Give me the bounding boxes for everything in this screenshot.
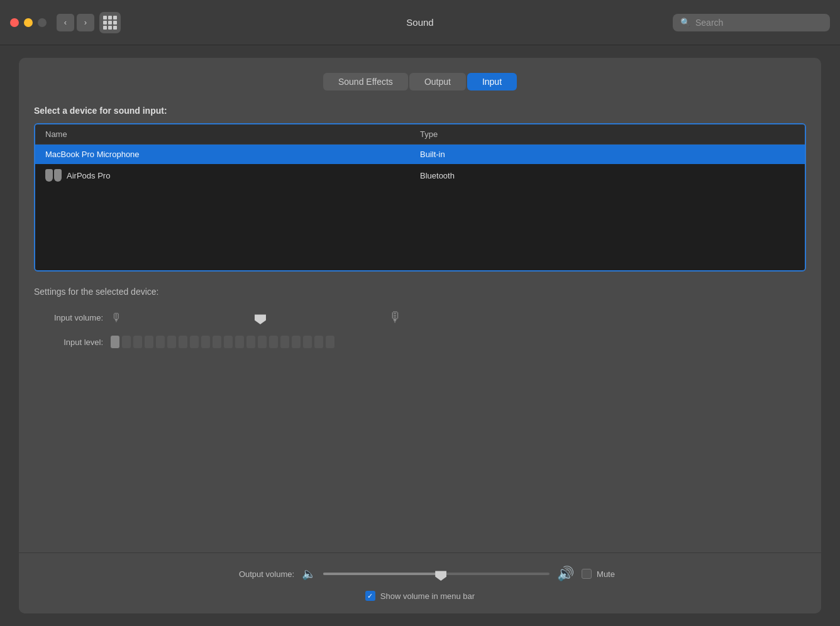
tabs: Sound Effects Output Input	[34, 73, 806, 91]
back-icon: ‹	[64, 18, 67, 27]
device-table: Name Type MacBook Pro Microphone Built-i…	[34, 123, 806, 272]
tab-sound-effects[interactable]: Sound Effects	[323, 73, 408, 91]
settings-section: Settings for the selected device: Input …	[34, 287, 806, 348]
titlebar: ‹ › Sound 🔍	[0, 0, 840, 45]
window-controls	[10, 18, 47, 27]
mute-checkbox[interactable]	[582, 569, 592, 579]
window-title: Sound	[406, 17, 433, 28]
volume-fill	[323, 573, 441, 575]
mute-area: Mute	[582, 569, 615, 579]
level-bar	[156, 336, 165, 348]
search-bar[interactable]: 🔍	[673, 14, 830, 31]
panel: Sound Effects Output Input Select a devi…	[19, 58, 821, 613]
level-bar	[292, 336, 301, 348]
airpods-icon	[45, 169, 62, 182]
level-bar	[280, 336, 289, 348]
minimize-button[interactable]	[24, 18, 33, 27]
table-header: Name Type	[35, 124, 805, 145]
level-bar	[326, 336, 334, 348]
output-volume-slider[interactable]	[323, 573, 550, 575]
bottom-bar: Output volume: 🔈 🔊 Mute ✓ Show volume in…	[19, 552, 821, 613]
tab-input[interactable]: Input	[467, 73, 517, 91]
vol-low-icon: 🔈	[302, 567, 316, 581]
mic-large-icon: 🎙	[389, 309, 402, 326]
menubar-row: ✓ Show volume in menu bar	[365, 591, 475, 601]
col-name-header: Name	[45, 129, 420, 139]
level-bar	[213, 336, 221, 348]
close-button[interactable]	[10, 18, 19, 27]
table-row[interactable]: MacBook Pro Microphone Built-in	[35, 145, 805, 164]
maximize-button[interactable]	[38, 18, 47, 27]
level-bar	[190, 336, 199, 348]
mic-small-icon: 🎙	[111, 311, 122, 324]
grid-button[interactable]	[99, 12, 121, 33]
search-input[interactable]	[695, 18, 822, 28]
settings-label: Settings for the selected device:	[34, 287, 806, 297]
device-type-airpods: Bluetooth	[420, 169, 795, 182]
device-name-airpods: AirPods Pro	[45, 169, 420, 182]
menubar-label: Show volume in menu bar	[380, 591, 475, 601]
output-volume-label: Output volume:	[225, 569, 294, 579]
volume-thumb[interactable]	[255, 310, 266, 324]
device-section-heading: Select a device for sound input:	[34, 106, 806, 116]
input-level-row: Input level:	[34, 336, 806, 348]
level-bar	[111, 336, 119, 348]
level-bar	[314, 336, 323, 348]
level-bar	[145, 336, 153, 348]
level-bar	[179, 336, 187, 348]
search-icon: 🔍	[680, 18, 690, 27]
main-content: Sound Effects Output Input Select a devi…	[0, 45, 840, 626]
device-name-macbook: MacBook Pro Microphone	[45, 150, 420, 159]
grid-icon	[103, 16, 117, 30]
forward-button[interactable]: ›	[77, 14, 94, 31]
input-volume-row: Input volume: 🎙 🎙	[34, 309, 806, 326]
volume-thumb[interactable]	[435, 567, 446, 581]
level-bar	[303, 336, 312, 348]
level-bar	[122, 336, 131, 348]
level-bar	[133, 336, 142, 348]
airpods-label: AirPods Pro	[67, 171, 110, 180]
input-level-bars	[111, 336, 334, 348]
mute-label: Mute	[597, 569, 615, 579]
level-bar	[201, 336, 210, 348]
input-volume-label: Input volume:	[34, 313, 103, 322]
tab-output[interactable]: Output	[409, 73, 466, 91]
level-bar	[235, 336, 244, 348]
forward-icon: ›	[84, 18, 87, 27]
level-bar	[269, 336, 278, 348]
level-bar	[224, 336, 233, 348]
checkmark-icon: ✓	[367, 592, 373, 600]
output-volume-row: Output volume: 🔈 🔊 Mute	[225, 566, 615, 582]
input-level-label: Input level:	[34, 338, 103, 347]
device-type-macbook: Built-in	[420, 150, 795, 159]
col-type-header: Type	[420, 129, 795, 139]
table-row[interactable]: AirPods Pro Bluetooth	[35, 164, 805, 187]
show-volume-checkbox[interactable]: ✓	[365, 591, 375, 601]
level-bar	[258, 336, 267, 348]
vol-high-icon: 🔊	[557, 566, 574, 582]
level-bar	[246, 336, 255, 348]
table-body: MacBook Pro Microphone Built-in AirPods …	[35, 145, 805, 270]
level-bar	[167, 336, 176, 348]
back-button[interactable]: ‹	[57, 14, 74, 31]
nav-buttons: ‹ ›	[57, 14, 94, 31]
